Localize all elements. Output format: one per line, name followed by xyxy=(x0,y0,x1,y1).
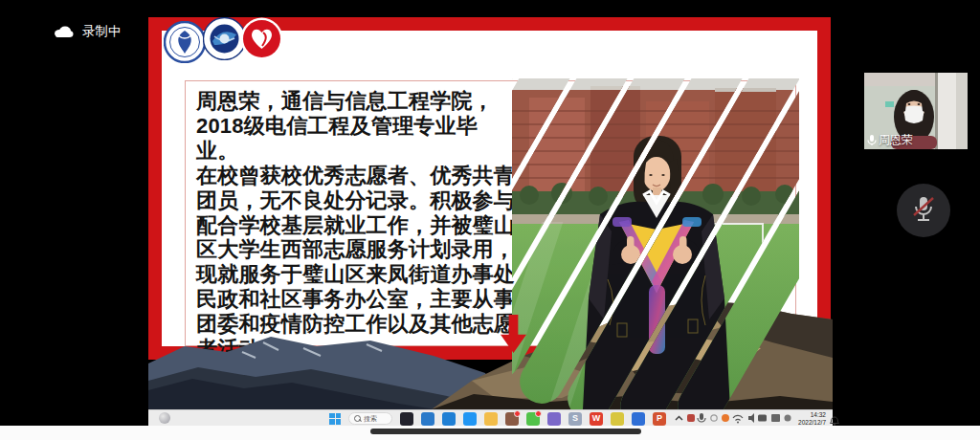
app-purple-icon[interactable] xyxy=(547,412,561,426)
participant-video-thumbnail[interactable]: 周恩荣 xyxy=(864,73,968,149)
app-yellow-icon[interactable] xyxy=(611,412,624,426)
task-view-app-icon[interactable] xyxy=(400,412,413,426)
search-icon xyxy=(354,415,361,422)
participant-name-label: 周恩荣 xyxy=(867,132,913,148)
clock-time: 14:32 xyxy=(784,411,826,419)
tray-mic-icon xyxy=(698,413,705,422)
cloud-recording-icon xyxy=(53,25,74,38)
tray-app-icon xyxy=(687,414,695,422)
university-emblem-logo xyxy=(164,21,206,63)
tray-chevron-up-icon xyxy=(676,417,682,421)
wps-office-icon[interactable]: W xyxy=(590,412,603,426)
edge-browser-icon[interactable] xyxy=(421,412,434,426)
muted-mic-icon xyxy=(909,194,938,227)
tray-orange-app-icon xyxy=(722,414,729,422)
taskbar-clock[interactable]: 14:32 2022/12/7 xyxy=(784,411,826,426)
participant-name: 周恩荣 xyxy=(879,132,913,148)
powerpoint-icon[interactable]: P xyxy=(653,412,666,426)
start-button[interactable] xyxy=(329,413,341,425)
tray-wifi-icon xyxy=(733,415,743,420)
recording-indicator[interactable]: 录制中 xyxy=(53,23,122,40)
tray-speaker-icon xyxy=(748,413,754,423)
volunteer-heart-logo xyxy=(240,17,283,60)
search-label: 搜索 xyxy=(364,415,377,422)
gesture-handle-bar[interactable] xyxy=(370,429,641,434)
tray-gear-icon xyxy=(711,415,717,421)
widgets-weather-icon[interactable] xyxy=(159,412,170,424)
mail-app-icon[interactable] xyxy=(442,412,456,426)
participant-mic-icon xyxy=(867,134,877,146)
wechat-app-icon[interactable] xyxy=(526,412,540,426)
tray-keyboard-icon xyxy=(771,414,780,422)
taskbar-apps: SWP xyxy=(400,412,666,426)
mute-microphone-button[interactable] xyxy=(897,184,950,237)
windows-taskbar: 搜索 SWP xyxy=(148,409,833,427)
clock-date: 2022/12/7 xyxy=(784,419,826,427)
graduate-photo-collage xyxy=(512,78,799,409)
tray-battery-icon xyxy=(758,415,767,422)
recording-label: 录制中 xyxy=(82,23,122,40)
meeting-shared-screen: 周恩荣，通信与信息工程学院， 2018级电信工程及管理专业毕业。 在校曾获校优秀… xyxy=(0,0,980,440)
store-app-icon[interactable] xyxy=(463,412,477,426)
taskbar-search-input[interactable]: 搜索 xyxy=(348,412,392,425)
app-s-icon[interactable]: S xyxy=(568,412,582,426)
chat-app-icon[interactable] xyxy=(505,412,519,426)
photos-app-icon[interactable] xyxy=(632,412,645,426)
file-explorer-icon[interactable] xyxy=(484,412,498,426)
